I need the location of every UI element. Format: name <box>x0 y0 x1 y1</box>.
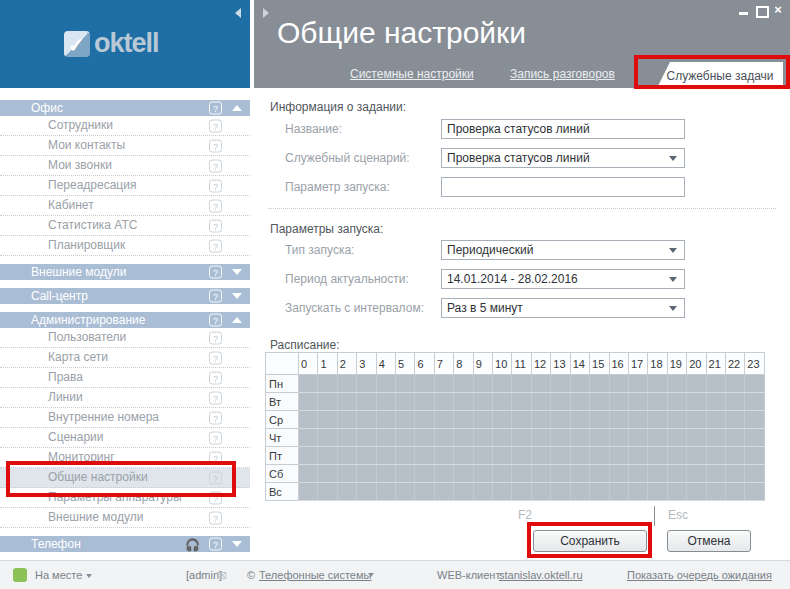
schedule-cell[interactable] <box>667 375 686 393</box>
schedule-cell[interactable] <box>725 393 744 411</box>
schedule-cell[interactable] <box>318 393 337 411</box>
help-icon[interactable]: ? <box>209 351 222 364</box>
help-icon[interactable]: ? <box>209 139 222 152</box>
schedule-cell[interactable] <box>706 465 725 483</box>
schedule-cell[interactable] <box>706 375 725 393</box>
schedule-cell[interactable] <box>725 375 744 393</box>
web-client-host-link[interactable]: stanislav.oktell.ru <box>499 569 583 581</box>
schedule-cell[interactable] <box>299 429 318 447</box>
schedule-cell[interactable] <box>667 393 686 411</box>
show-waiting-queue-link[interactable]: Показать очередь ожидания <box>627 569 772 581</box>
help-icon[interactable]: ? <box>209 119 222 132</box>
sidebar-item[interactable]: Сценарии? <box>0 428 250 448</box>
schedule-cell[interactable] <box>745 411 765 429</box>
help-icon[interactable]: ? <box>209 491 222 504</box>
help-icon[interactable]: ? <box>209 239 222 252</box>
help-icon[interactable]: ? <box>209 471 222 484</box>
schedule-cell[interactable] <box>376 411 395 429</box>
help-icon[interactable]: ? <box>209 331 222 344</box>
schedule-cell[interactable] <box>590 411 609 429</box>
schedule-cell[interactable] <box>609 411 628 429</box>
schedule-cell[interactable] <box>396 465 415 483</box>
sidebar-item[interactable]: Мониторинг? <box>0 448 250 468</box>
help-icon[interactable]: ? <box>209 102 222 115</box>
schedule-cell[interactable] <box>745 375 765 393</box>
schedule-cell[interactable] <box>667 411 686 429</box>
sidebar-section-header[interactable]: Администрирование? <box>0 312 250 328</box>
schedule-cell[interactable] <box>687 483 706 501</box>
help-icon[interactable]: ? <box>209 219 222 232</box>
schedule-cell[interactable] <box>493 375 512 393</box>
help-icon[interactable]: ? <box>209 179 222 192</box>
schedule-cell[interactable] <box>396 483 415 501</box>
schedule-cell[interactable] <box>473 429 492 447</box>
schedule-cell[interactable] <box>376 429 395 447</box>
schedule-cell[interactable] <box>706 483 725 501</box>
schedule-cell[interactable] <box>570 447 589 465</box>
schedule-cell[interactable] <box>473 447 492 465</box>
schedule-cell[interactable] <box>725 429 744 447</box>
schedule-cell[interactable] <box>473 411 492 429</box>
schedule-cell[interactable] <box>376 483 395 501</box>
schedule-cell[interactable] <box>415 465 434 483</box>
schedule-cell[interactable] <box>493 411 512 429</box>
schedule-cell[interactable] <box>415 429 434 447</box>
schedule-cell[interactable] <box>570 375 589 393</box>
help-icon[interactable]: ? <box>209 290 222 303</box>
schedule-cell[interactable] <box>648 465 667 483</box>
schedule-cell[interactable] <box>745 447 765 465</box>
schedule-cell[interactable] <box>512 375 531 393</box>
presence-status-icon[interactable] <box>13 568 27 582</box>
schedule-cell[interactable] <box>648 429 667 447</box>
schedule-cell[interactable] <box>531 447 550 465</box>
help-icon[interactable]: ? <box>209 371 222 384</box>
schedule-cell[interactable] <box>299 411 318 429</box>
actual-period-select[interactable]: 14.01.2014 - 28.02.2016 <box>441 269 685 289</box>
schedule-cell[interactable] <box>454 375 473 393</box>
schedule-cell[interactable] <box>396 393 415 411</box>
presence-status[interactable]: На месте <box>35 569 92 581</box>
schedule-cell[interactable] <box>357 375 376 393</box>
schedule-cell[interactable] <box>396 411 415 429</box>
schedule-cell[interactable] <box>628 411 647 429</box>
schedule-cell[interactable] <box>415 393 434 411</box>
schedule-cell[interactable] <box>531 411 550 429</box>
help-icon[interactable]: ? <box>209 266 222 279</box>
tab-service-tasks[interactable]: Служебные задачи <box>657 62 783 88</box>
schedule-cell[interactable] <box>318 375 337 393</box>
schedule-cell[interactable] <box>648 393 667 411</box>
schedule-cell[interactable] <box>667 429 686 447</box>
schedule-cell[interactable] <box>628 375 647 393</box>
schedule-cell[interactable] <box>570 411 589 429</box>
launch-interval-select[interactable]: Раз в 5 минут <box>441 298 685 318</box>
schedule-cell[interactable] <box>512 411 531 429</box>
schedule-cell[interactable] <box>628 429 647 447</box>
sidebar-item[interactable]: Пользователи? <box>0 328 250 348</box>
schedule-cell[interactable] <box>570 483 589 501</box>
schedule-cell[interactable] <box>648 375 667 393</box>
schedule-cell[interactable] <box>628 483 647 501</box>
chevron-down-icon[interactable] <box>232 269 242 275</box>
schedule-cell[interactable] <box>473 465 492 483</box>
sidebar-item[interactable]: Линии? <box>0 388 250 408</box>
schedule-cell[interactable] <box>531 429 550 447</box>
schedule-cell[interactable] <box>551 483 570 501</box>
sidebar-item[interactable]: Права? <box>0 368 250 388</box>
schedule-cell[interactable] <box>551 393 570 411</box>
schedule-cell[interactable] <box>493 447 512 465</box>
schedule-cell[interactable] <box>745 465 765 483</box>
schedule-cell[interactable] <box>590 393 609 411</box>
schedule-cell[interactable] <box>376 447 395 465</box>
collapse-sidebar-icon[interactable] <box>235 8 241 18</box>
sidebar-item[interactable]: Планировщик? <box>0 236 250 256</box>
schedule-cell[interactable] <box>376 465 395 483</box>
schedule-cell[interactable] <box>725 411 744 429</box>
schedule-cell[interactable] <box>337 447 356 465</box>
schedule-cell[interactable] <box>337 411 356 429</box>
schedule-cell[interactable] <box>299 375 318 393</box>
schedule-cell[interactable] <box>609 393 628 411</box>
schedule-cell[interactable] <box>590 429 609 447</box>
schedule-cell[interactable] <box>454 465 473 483</box>
sidebar-section-header[interactable]: Офис? <box>0 100 250 116</box>
schedule-cell[interactable] <box>357 465 376 483</box>
